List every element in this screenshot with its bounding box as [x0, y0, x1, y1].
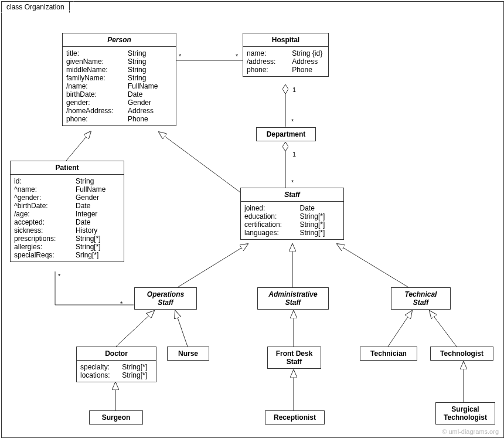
class-ops-staff: Operations Staff [134, 287, 197, 310]
class-attrs: title:StringgivenName:StringmiddleName:S… [63, 47, 176, 125]
class-title: Person [63, 33, 176, 47]
mult: * [179, 53, 181, 60]
mult: 1 [292, 86, 296, 93]
class-title: Patient [11, 161, 124, 175]
mult: * [236, 53, 238, 60]
class-patient: Patient id:String^name:FullName^gender:G… [10, 161, 124, 262]
class-title: Nurse [168, 347, 209, 360]
class-title: Hospital [243, 33, 328, 47]
mult: * [291, 118, 294, 125]
class-title: Operations Staff [135, 288, 196, 309]
svg-line-9 [175, 311, 188, 347]
package-frame: class Organization Person title:Stringgi… [1, 1, 504, 438]
class-title: Receptionist [265, 411, 324, 424]
svg-line-4 [159, 132, 240, 192]
class-front-desk: Front Desk Staff [267, 347, 321, 369]
class-surgeon: Surgeon [89, 410, 143, 425]
class-staff: Staff joined:Dateeducation:String[*]cert… [240, 188, 344, 240]
mult: 1 [292, 151, 296, 158]
svg-line-11 [388, 311, 412, 347]
class-title: Surgical Technologist [436, 403, 495, 424]
class-title: Technical Staff [391, 288, 450, 309]
class-technologist: Technologist [430, 347, 493, 361]
mult: * [291, 179, 294, 186]
class-attrs: joined:Dateeducation:String[*]certificat… [241, 202, 343, 239]
mult: * [58, 273, 60, 280]
class-department: Department [256, 127, 316, 141]
svg-line-3 [66, 131, 91, 161]
class-attrs: name:String {id}/address:Addressphone:Ph… [243, 47, 328, 76]
class-title: Technician [360, 347, 417, 360]
class-technician: Technician [360, 347, 417, 361]
frame-title: class Organization [1, 1, 70, 13]
class-admin-staff: Administrative Staff [257, 287, 329, 310]
svg-line-12 [430, 311, 457, 347]
class-person: Person title:StringgivenName:Stringmiddl… [62, 33, 176, 126]
class-title: Staff [241, 188, 343, 202]
svg-line-8 [116, 311, 154, 347]
class-title: Technologist [431, 347, 493, 360]
svg-line-5 [178, 244, 248, 287]
class-hospital: Hospital name:String {id}/address:Addres… [243, 33, 329, 77]
class-title: Surgeon [90, 411, 142, 424]
class-attrs: specialty:String[*]locations:String[*] [77, 361, 156, 382]
class-tech-staff: Technical Staff [391, 287, 451, 310]
class-surg-tech: Surgical Technologist [435, 402, 495, 425]
class-title: Department [257, 128, 315, 141]
class-title: Doctor [77, 347, 156, 361]
class-title: Front Desk Staff [268, 347, 321, 368]
class-nurse: Nurse [167, 347, 209, 361]
class-attrs: id:String^name:FullName^gender:Gender^bi… [11, 175, 124, 262]
mult: * [120, 300, 122, 307]
svg-line-7 [337, 244, 408, 287]
class-title: Administrative Staff [258, 288, 328, 309]
class-doctor: Doctor specialty:String[*]locations:Stri… [76, 347, 156, 382]
watermark: © uml-diagrams.org [442, 428, 499, 435]
class-receptionist: Receptionist [265, 410, 325, 425]
